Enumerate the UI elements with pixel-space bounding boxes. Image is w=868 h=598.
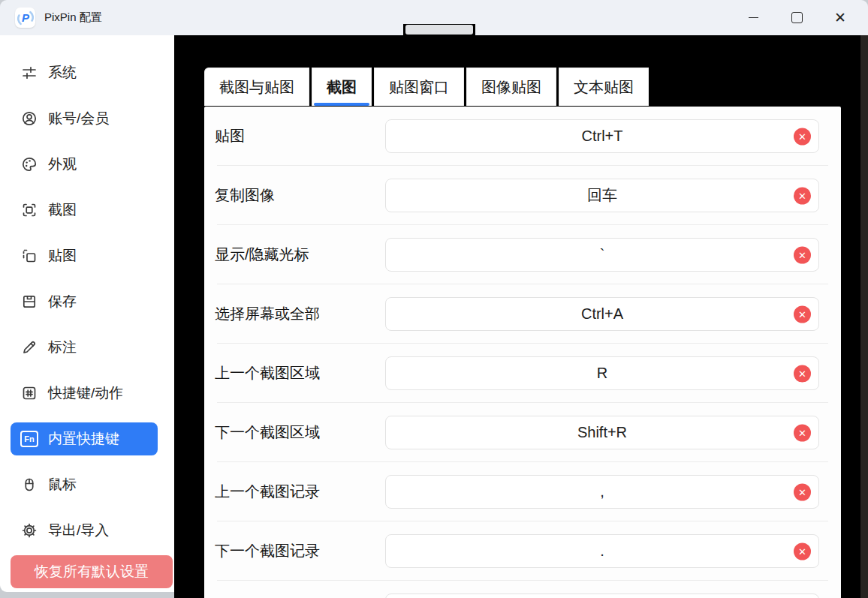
tab-screenshot-and-pin[interactable]: 截图与贴图	[204, 68, 309, 106]
gear-icon	[20, 521, 38, 539]
shortcut-value: R	[597, 365, 607, 382]
user-icon	[20, 110, 38, 128]
clear-shortcut-button[interactable]: ✕	[794, 246, 811, 263]
sidebar-item-annotate[interactable]: 标注	[11, 331, 158, 364]
shortcut-value: .	[600, 542, 604, 560]
shortcut-label: 下一个截图记录	[215, 541, 385, 561]
window-title: PixPin 配置	[44, 11, 102, 25]
shortcut-row-partial	[204, 581, 841, 598]
sidebar-item-label: 快捷键/动作	[48, 383, 123, 403]
sidebar-item-label: 导出/导入	[48, 521, 109, 540]
close-button[interactable]: ✕	[818, 0, 862, 35]
shortcut-input[interactable]: 回车 ✕	[385, 179, 819, 212]
shortcut-input[interactable]	[385, 593, 819, 598]
sidebar-item-save[interactable]: 保存	[11, 285, 158, 318]
shortcut-row: 显示/隐藏光标 ` ✕	[204, 225, 841, 284]
pixpin-logo-icon: P	[15, 8, 35, 28]
shortcut-row: 下一个截图记录 . ✕	[204, 521, 841, 581]
content-area: 截图与贴图 截图 贴图窗口 图像贴图 文本贴图 贴图 Ctrl+T ✕ 复制图像…	[174, 35, 868, 598]
clear-shortcut-button[interactable]: ✕	[794, 483, 811, 500]
sidebar-item-builtin-hotkeys[interactable]: Fn 内置快捷键	[11, 422, 158, 455]
sidebar-item-label: 标注	[48, 338, 77, 357]
shortcut-value: Ctrl+A	[581, 305, 623, 323]
pin-copy-icon	[20, 247, 38, 265]
shortcut-input[interactable]: Ctrl+T ✕	[385, 119, 819, 153]
shortcut-input[interactable]: Shift+R ✕	[385, 416, 819, 449]
sidebar-item-label: 保存	[48, 292, 77, 311]
sidebar-item-export-import[interactable]: 导出/导入	[11, 514, 158, 547]
tab-image-pin[interactable]: 图像贴图	[466, 68, 556, 106]
save-icon	[20, 293, 38, 311]
sidebar-item-hotkeys[interactable]: 快捷键/动作	[11, 377, 158, 410]
sidebar-item-label: 外观	[48, 155, 77, 174]
clear-shortcut-button[interactable]: ✕	[794, 305, 811, 323]
shortcut-input[interactable]: . ✕	[385, 534, 819, 568]
background-window-fragment	[403, 24, 475, 36]
shortcut-row: 选择屏幕或全部 Ctrl+A ✕	[204, 284, 841, 344]
shortcut-value: `	[600, 246, 605, 263]
sidebar-item-label: 贴图	[48, 246, 77, 266]
shortcut-row: 上一个截图记录 , ✕	[204, 462, 841, 521]
shortcut-label: 显示/隐藏光标	[215, 245, 385, 265]
shortcut-label: 上一个截图记录	[215, 482, 385, 502]
shortcut-value: ,	[600, 483, 604, 500]
app-window: P PixPin 配置 ✕ 系统	[0, 0, 868, 598]
tab-pin-window[interactable]: 贴图窗口	[374, 68, 464, 106]
window-controls: ✕	[731, 0, 862, 35]
clear-shortcut-button[interactable]: ✕	[794, 542, 811, 560]
pencil-icon	[20, 338, 38, 356]
sidebar-item-label: 账号/会员	[48, 109, 109, 128]
sidebar: 系统 账号/会员	[0, 35, 174, 592]
shortcut-row: 上一个截图区域 R ✕	[204, 344, 841, 403]
shortcut-row: 下一个截图区域 Shift+R ✕	[204, 403, 841, 462]
shortcut-row: 复制图像 回车 ✕	[204, 166, 841, 225]
sidebar-nav: 系统 账号/会员	[11, 56, 158, 547]
shortcut-input[interactable]: , ✕	[385, 475, 819, 509]
shortcut-label: 选择屏幕或全部	[215, 304, 385, 324]
sidebar-item-pin[interactable]: 贴图	[11, 239, 158, 272]
background-window-bar	[405, 25, 473, 35]
sidebar-item-screenshot[interactable]: 截图	[11, 194, 158, 227]
shortcut-label: 复制图像	[215, 185, 385, 206]
screenshot-frame-icon	[20, 201, 38, 219]
settings-panel: 贴图 Ctrl+T ✕ 复制图像 回车 ✕ 显示/隐藏光标 ` ✕	[204, 107, 841, 598]
shortcut-value: 回车	[587, 185, 617, 206]
shortcut-value: Ctrl+T	[582, 128, 623, 145]
sidebar-item-label: 鼠标	[48, 475, 77, 494]
clear-shortcut-button[interactable]: ✕	[794, 365, 811, 382]
tab-screenshot[interactable]: 截图	[312, 68, 372, 106]
sidebar-item-mouse[interactable]: 鼠标	[11, 468, 158, 501]
shortcut-input[interactable]: Ctrl+A ✕	[385, 297, 819, 331]
maximize-icon	[791, 12, 803, 23]
sidebar-item-label: 内置快捷键	[48, 429, 119, 449]
shortcut-input[interactable]: R ✕	[385, 356, 819, 390]
sidebar-item-label: 截图	[48, 200, 77, 220]
fn-icon-label: Fn	[20, 431, 38, 447]
shortcut-value: Shift+R	[577, 424, 627, 441]
palette-icon	[20, 155, 38, 173]
tab-bar: 截图与贴图 截图 贴图窗口 图像贴图 文本贴图	[204, 68, 649, 106]
shortcut-label: 上一个截图区域	[215, 363, 385, 383]
shortcut-input[interactable]: ` ✕	[385, 238, 819, 272]
svg-text:P: P	[22, 11, 30, 24]
minimize-button[interactable]	[731, 0, 775, 35]
restore-defaults-button[interactable]: 恢复所有默认设置	[11, 555, 173, 588]
desktop-edge	[860, 35, 868, 598]
clear-shortcut-button[interactable]: ✕	[794, 187, 811, 204]
clear-shortcut-button[interactable]: ✕	[794, 128, 811, 145]
shortcut-label: 下一个截图区域	[215, 422, 385, 443]
sliders-icon	[20, 64, 38, 82]
shortcut-label: 贴图	[215, 126, 385, 146]
tab-text-pin[interactable]: 文本贴图	[559, 68, 649, 106]
fn-icon: Fn	[20, 430, 38, 448]
clear-shortcut-button[interactable]: ✕	[794, 424, 811, 441]
sidebar-item-system[interactable]: 系统	[11, 56, 158, 89]
sidebar-item-appearance[interactable]: 外观	[11, 148, 158, 181]
sidebar-item-label: 系统	[48, 63, 77, 83]
sidebar-item-account[interactable]: 账号/会员	[11, 102, 158, 135]
hash-icon	[20, 384, 38, 402]
mouse-icon	[20, 476, 38, 494]
shortcut-row: 贴图 Ctrl+T ✕	[204, 107, 841, 166]
minimize-icon	[749, 17, 758, 18]
maximize-button[interactable]	[775, 0, 818, 35]
